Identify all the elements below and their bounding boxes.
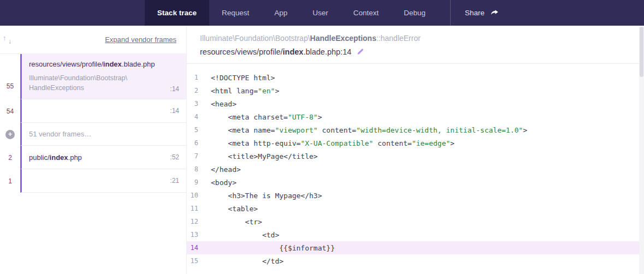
code-line-text: <!DOCTYPE html> [198, 74, 275, 82]
code-line: 9<body> [187, 176, 644, 189]
code-line-number: 11 [187, 205, 198, 212]
code-line: 14 {{$informat}} [187, 241, 644, 254]
tab-bar: Stack traceRequestAppUserContextDebug [145, 0, 438, 26]
code-line: 10 <h3>The is Mypage</h3> [187, 189, 644, 202]
share-section: Share [450, 0, 499, 26]
code-line-number: 15 [187, 257, 198, 265]
stack-frames-sidebar: ↑ ↓ Expand vendor frames 55 resources/vi… [0, 26, 186, 274]
frame-class-block: Illuminate\Foundation\Bootstrap\ HandleE… [29, 73, 179, 93]
code-line-number: 6 [187, 139, 198, 147]
code-line-number: 9 [187, 178, 198, 186]
method-name: ::handleError [376, 34, 421, 43]
code-line: 13 <td> [187, 228, 644, 241]
prev-frame-arrow-icon[interactable]: ↑ [2, 34, 7, 46]
topbar: Stack traceRequestAppUserContextDebug Sh… [0, 0, 644, 26]
file-path-bold: index [50, 153, 68, 162]
file-path-prefix: resources/views/profile/ [200, 47, 283, 56]
tab-user[interactable]: User [300, 0, 341, 26]
file-path-prefix: public/ [29, 153, 50, 162]
code-line: 15 </td> [187, 254, 644, 267]
code-line-number: 8 [187, 165, 198, 173]
code-line-text: {{$informat}} [198, 244, 335, 252]
file-path-suffix: .php [68, 153, 82, 162]
code-line-number: 10 [187, 192, 198, 199]
vendor-frames-label: 51 vendor frames… [29, 129, 179, 139]
code-line-text: <tr> [198, 218, 262, 226]
frame-line-number: :14 [170, 107, 179, 115]
frame-line-number: :14 [170, 85, 179, 93]
code-line-text: <title>MyPage</title> [198, 152, 318, 160]
method-breadcrumb: Illuminate\Foundation\Bootstrap\HandleEx… [200, 34, 631, 43]
file-path-prefix: resources/views/profile/ [29, 60, 103, 68]
edit-pencil-icon[interactable] [356, 48, 364, 56]
frame-nav-arrows: ↑ ↓ [2, 34, 13, 46]
code-line-text: <meta charset="UTF-8"> [198, 113, 322, 121]
code-line-number: 3 [187, 100, 198, 108]
code-line-text: <meta http-equiv="X-UA-Compatible" conte… [198, 139, 454, 147]
share-button[interactable]: Share [465, 9, 485, 17]
code-line: 8</head> [187, 163, 644, 176]
code-line-number: 1 [187, 74, 198, 81]
expand-vendor-frames-link[interactable]: Expand vendor frames [105, 35, 176, 44]
content-area: ↑ ↓ Expand vendor frames 55 resources/vi… [0, 26, 644, 274]
code-line-text: <td> [198, 231, 279, 239]
code-line-number: 12 [187, 218, 198, 225]
frame-line-number: :52 [170, 153, 179, 161]
code-line: 3<head> [187, 97, 644, 110]
frame-class-line1: Illuminate\Foundation\Bootstrap\ [29, 73, 127, 83]
code-line-text: <html lang="en"> [198, 87, 279, 95]
next-frame-arrow-icon[interactable]: ↓ [7, 37, 13, 46]
code-line-text: </td> [198, 257, 283, 265]
code-line: 4 <meta charset="UTF-8"> [187, 110, 644, 123]
code-line-text: <table> [198, 205, 258, 213]
code-line-text: <meta name="viewport" content="width=dev… [198, 126, 527, 134]
frame-number: 54 [0, 99, 20, 123]
code-line-text: <h3>The is Mypage</h3> [198, 192, 322, 200]
vendor-frames-row[interactable]: + 51 vendor frames… [0, 123, 186, 146]
code-line-number: 14 [187, 244, 198, 252]
code-line-text: <body> [198, 178, 237, 187]
code-line: 2<html lang="en"> [187, 84, 644, 97]
file-path-suffix: .blade.php:14 [303, 47, 351, 56]
code-line: 5 <meta name="viewport" content="width=d… [187, 123, 644, 136]
code-line: 11 <table> [187, 202, 644, 215]
code-viewer: 1<!DOCTYPE html>2<html lang="en">3<head>… [187, 64, 644, 267]
open-file-path: resources/views/profile/index.blade.php:… [200, 47, 631, 56]
frame-number: 1 [0, 169, 20, 193]
sidebar-header: ↑ ↓ Expand vendor frames [0, 26, 186, 54]
frame-row-1[interactable]: 1 :21 [0, 169, 186, 193]
expand-vendor-plus-icon[interactable]: + [5, 130, 15, 139]
file-path-bold: index [283, 47, 304, 56]
share-arrow-icon[interactable] [490, 8, 499, 17]
tab-request[interactable]: Request [209, 0, 262, 26]
scrollbar-thumb[interactable] [640, 27, 643, 77]
frame-row-55[interactable]: 55 resources/views/profile/index.blade.p… [0, 54, 186, 99]
frame-detail-pane: Illuminate\Foundation\Bootstrap\HandleEx… [186, 26, 644, 274]
code-line-number: 5 [187, 126, 198, 134]
code-line-number: 7 [187, 152, 198, 160]
code-line-text: </head> [198, 165, 241, 174]
frame-row-54[interactable]: 54 :14 [0, 99, 186, 123]
tab-context[interactable]: Context [341, 0, 392, 26]
file-path-bold: index [103, 60, 122, 68]
code-line: 1<!DOCTYPE html> [187, 71, 644, 84]
frame-class-line2: HandleExceptions [29, 83, 127, 93]
frame-class-name: Illuminate\Foundation\Bootstrap\ HandleE… [29, 73, 127, 93]
frame-number: 55 [0, 54, 20, 99]
file-path-suffix: .blade.php [122, 60, 155, 68]
frame-detail-header: Illuminate\Foundation\Bootstrap\HandleEx… [187, 26, 644, 64]
tab-stack-trace[interactable]: Stack trace [145, 0, 209, 26]
frame-file-path: resources/views/profile/index.blade.php [29, 60, 179, 68]
code-line-number: 4 [187, 113, 198, 121]
code-line: 7 <title>MyPage</title> [187, 150, 644, 163]
code-line-number: 2 [187, 87, 198, 94]
code-line: 6 <meta http-equiv="X-UA-Compatible" con… [187, 136, 644, 150]
page-scrollbar[interactable] [639, 26, 644, 274]
frame-number: 2 [0, 146, 20, 169]
method-namespace: Illuminate\Foundation\Bootstrap\ [200, 34, 310, 43]
tab-app[interactable]: App [262, 0, 300, 26]
code-line-number: 13 [187, 231, 198, 239]
tab-debug[interactable]: Debug [391, 0, 438, 26]
file-path-text: resources/views/profile/index.blade.php:… [200, 47, 351, 56]
frame-row-2[interactable]: 2 public/index.php :52 [0, 146, 186, 169]
